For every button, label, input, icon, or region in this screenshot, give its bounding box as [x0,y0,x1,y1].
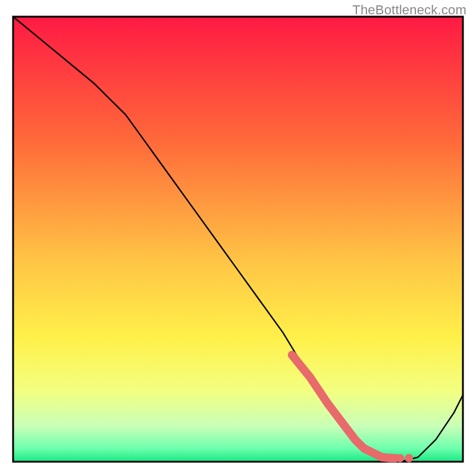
chart-container: { "attribution": "TheBottleneck.com", "c… [0,0,476,476]
attribution-text: TheBottleneck.com [352,2,466,18]
highlight-dot [378,453,386,462]
highlight-dot [387,453,395,462]
chart-svg [0,0,476,476]
highlight-dot [405,454,413,462]
highlight-dot [396,454,404,462]
plot-background [13,17,463,462]
